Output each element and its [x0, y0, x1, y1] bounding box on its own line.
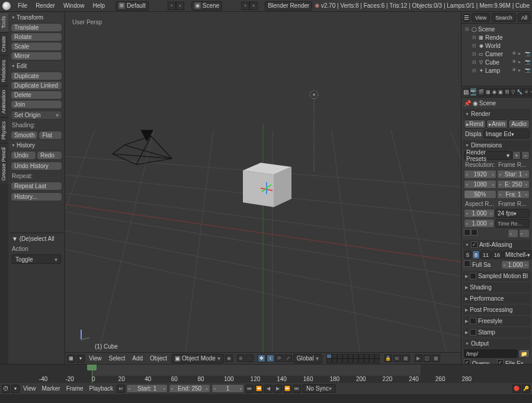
menu-help[interactable]: Help — [89, 1, 109, 10]
tool-tab-relations[interactable]: Relations — [0, 56, 8, 86]
editor-type-icon[interactable]: ▦ — [67, 354, 75, 363]
vp-select-menu[interactable]: Select — [106, 354, 129, 363]
layer-1[interactable] — [332, 354, 337, 359]
scene-del[interactable]: × — [249, 2, 258, 10]
layer-11[interactable] — [332, 359, 337, 363]
timeline-track[interactable]: -40-200204060801001201401601802002202402… — [0, 365, 532, 383]
fileext-check[interactable] — [497, 359, 504, 364]
render-anim-button[interactable]: ▸Anim — [486, 120, 508, 128]
manip-rotate-icon[interactable]: ⟳ — [275, 354, 283, 362]
layer-6[interactable] — [358, 354, 364, 359]
visibility-icon[interactable]: 👁 — [512, 59, 518, 65]
shading-icon[interactable]: ◉ — [225, 354, 233, 362]
pivot-only-icon[interactable]: · — [246, 354, 254, 362]
browse-icon[interactable]: 📁 — [518, 349, 530, 358]
set-origin-button[interactable]: Set Origin▾ — [11, 111, 62, 120]
visibility-icon[interactable]: 👁 — [512, 51, 518, 57]
panel-render[interactable]: Render — [463, 109, 531, 119]
panel-output[interactable]: Output — [463, 338, 531, 349]
frame-step[interactable]: ◂Fra: 1▸ — [497, 190, 530, 199]
delete-button[interactable]: Delete — [11, 91, 62, 99]
panel-shading[interactable]: Shading — [463, 282, 531, 292]
output-path[interactable]: /tmp/ — [464, 349, 518, 358]
tool-tab-grease-pencil[interactable]: Grease Pencil — [0, 143, 8, 185]
renderable-icon[interactable]: 📷 — [525, 51, 531, 57]
props-editor-icon[interactable]: ▤ — [463, 88, 469, 96]
new-remap[interactable]: ▸ — [519, 229, 530, 238]
collapse-menus-icon[interactable]: ▾ — [76, 354, 85, 363]
time-remap[interactable]: Time Re... — [495, 219, 530, 228]
props-tab-2[interactable]: ▦ — [485, 88, 491, 96]
tree-toggle-icon[interactable]: ⊟ — [472, 43, 477, 49]
panel-history[interactable]: History — [9, 141, 63, 150]
current-frame[interactable]: ◂1▸ — [211, 384, 244, 393]
old-remap[interactable]: ◂ — [508, 229, 518, 238]
duplicate-button[interactable]: Duplicate — [11, 72, 62, 80]
layer-2[interactable] — [337, 354, 342, 359]
panel-sampled-motion-bl[interactable]: Sampled Motion Bl — [463, 271, 531, 281]
render-audio-button[interactable]: Audio — [508, 120, 530, 128]
aa-size[interactable]: ◂1.000▸ — [501, 260, 530, 269]
duplicate-linked-button[interactable]: Duplicate Linked — [11, 81, 62, 90]
layer-14[interactable] — [348, 359, 353, 363]
res-x[interactable]: ◂1920▸ — [464, 170, 496, 179]
renderable-icon[interactable]: 📷 — [525, 67, 531, 73]
overwrite-check[interactable] — [464, 359, 470, 364]
layer-0[interactable] — [326, 354, 332, 359]
render-anim-icon[interactable]: ▦ — [432, 354, 440, 362]
start-frame[interactable]: ◂Start: 1▸ — [126, 384, 168, 393]
keyset-icon[interactable]: 🔑 — [522, 385, 530, 393]
tl-marker-menu[interactable]: Marker — [40, 384, 63, 393]
border-check[interactable] — [464, 229, 470, 236]
snap-icon[interactable]: ⧉ — [393, 354, 401, 362]
outliner-search[interactable]: Search — [492, 13, 516, 22]
layout-selector[interactable]: ⊞Default — [116, 1, 149, 11]
layer-15[interactable] — [353, 359, 358, 363]
action-selector[interactable]: Toggle▾ — [12, 254, 61, 264]
res-pct[interactable]: 50% — [464, 190, 496, 199]
selectable-icon[interactable]: ▸ — [518, 67, 524, 73]
tree-camer[interactable]: ⊟▭Camer👁▸📷 — [463, 50, 531, 58]
tree-toggle-icon[interactable]: ⊟ — [465, 27, 470, 32]
menu-window[interactable]: Window — [60, 1, 88, 10]
props-tab-3[interactable]: ◉ — [492, 88, 497, 96]
panel-transform[interactable]: Transform — [9, 13, 63, 22]
flat-button[interactable]: Flat — [39, 131, 62, 140]
props-tab-0[interactable]: 📷 — [470, 88, 477, 96]
aspect-y[interactable]: ◂1.000▸ — [464, 219, 495, 228]
tl-playback-menu[interactable]: Playback — [87, 384, 116, 393]
history-button[interactable]: History... — [11, 192, 62, 201]
panel-freestyle[interactable]: Freestyle — [463, 316, 531, 326]
sync-selector[interactable]: No Sync ▾ — [302, 384, 336, 393]
menu-file[interactable]: File — [14, 1, 31, 10]
layer-10[interactable] — [326, 359, 332, 363]
props-tab-9[interactable]: 〰 — [530, 88, 532, 96]
outliner-editor-icon[interactable]: ☰ — [463, 14, 470, 22]
mode-selector[interactable]: ▣Object Mode▾ — [171, 354, 224, 363]
tree-toggle-icon[interactable]: ⊟ — [472, 51, 477, 57]
panel-check[interactable] — [470, 273, 476, 279]
props-tab-4[interactable]: ▣ — [498, 88, 504, 96]
panel-edit[interactable]: Edit — [9, 62, 63, 70]
tree-toggle-icon[interactable]: ⊟ — [472, 60, 477, 65]
panel-post-processing[interactable]: Post Processing — [463, 305, 531, 315]
layer-9[interactable] — [374, 354, 380, 359]
layout-del[interactable]: × — [176, 2, 184, 10]
visibility-icon[interactable]: 👁 — [512, 67, 518, 73]
panel-aa[interactable]: Anti-Aliasing — [463, 240, 531, 250]
render-border-icon[interactable]: ◫ — [424, 354, 431, 362]
tree-cube[interactable]: ⊟▽Cube👁▸📷 — [463, 58, 531, 66]
tree-toggle-icon[interactable]: ⊟ — [472, 35, 477, 40]
layer-19[interactable] — [374, 359, 380, 363]
display-selector[interactable]: Image Ed ▾ — [483, 130, 530, 138]
vp-add-menu[interactable]: Add — [129, 354, 146, 363]
smooth-button[interactable]: Smooth — [11, 131, 38, 140]
layout-add[interactable]: + — [168, 2, 176, 10]
viewport-3d[interactable]: User Persp — [65, 12, 461, 364]
panel-check[interactable] — [470, 318, 476, 324]
repeat-last-button[interactable]: Repeat Last — [11, 182, 62, 191]
timeline-editor-icon[interactable]: ⏱ — [2, 385, 10, 393]
tl-view-menu[interactable]: View — [21, 384, 39, 393]
props-tab-1[interactable]: 🎬 — [477, 88, 485, 96]
layer-12[interactable] — [337, 359, 342, 363]
